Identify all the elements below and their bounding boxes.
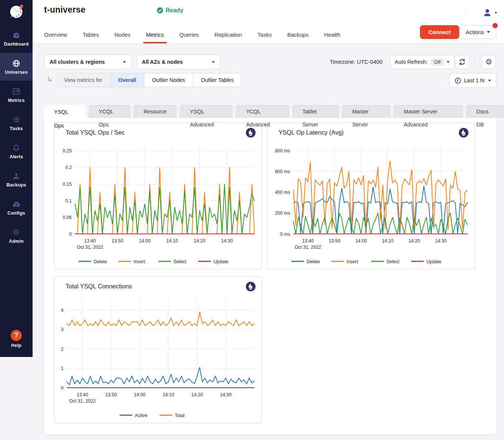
toolbar-divider: [474, 56, 475, 67]
connect-button[interactable]: Connect: [420, 25, 459, 39]
svg-text:0.25: 0.25: [63, 148, 71, 153]
svg-text:13:40: 13:40: [77, 392, 88, 397]
svg-text:0: 0: [69, 232, 72, 237]
sidebar-item-admin[interactable]: ⚙ Admin: [0, 222, 33, 250]
chevron-down-icon: [487, 31, 490, 33]
clusters-regions-value: All clusters & regions: [50, 59, 105, 65]
metric-tab-docs-db[interactable]: Docs DB: [466, 105, 504, 118]
line-chart-ysql-op-latency[interactable]: 800 ms600 ms400 ms200 ms0 ms13:40Oct 31,…: [271, 141, 471, 269]
chevron-down-icon: [447, 61, 450, 63]
tasks-list-icon: [12, 115, 21, 124]
line-chart-total-ysql-connections[interactable]: 4321013:40Oct 31, 202213:5014:0014:1014:…: [58, 295, 258, 423]
svg-text:14:30: 14:30: [435, 238, 447, 244]
clusters-regions-select[interactable]: All clusters & regions: [44, 54, 131, 69]
svg-text:0.05: 0.05: [63, 215, 71, 220]
svg-text:14:00: 14:00: [139, 238, 150, 244]
svg-text:400 ms: 400 ms: [275, 190, 290, 195]
svg-text:13:50: 13:50: [329, 238, 340, 244]
tab-health[interactable]: Health: [316, 32, 348, 43]
svg-text:Select: Select: [174, 259, 187, 264]
auto-refresh-control[interactable]: Auto Refresh: Off: [390, 55, 454, 69]
svg-text:0.1: 0.1: [65, 198, 71, 204]
metric-category-tabs: YSQL Ops YCQL Ops Resource YSQL Advanced…: [44, 105, 504, 119]
svg-text:Oct 31, 2022: Oct 31, 2022: [69, 398, 96, 404]
svg-text:14:20: 14:20: [194, 238, 205, 244]
sidebar-item-configs[interactable]: Configs: [0, 193, 33, 222]
metric-tab-ycql-ops[interactable]: YCQL Ops: [89, 105, 130, 118]
svg-text:Update: Update: [426, 259, 441, 264]
metric-tab-tablet-server[interactable]: Tablet Server: [293, 105, 339, 118]
view-tab-overall[interactable]: Overall: [110, 73, 144, 87]
time-range-value: Last 1 hr: [464, 77, 485, 83]
metric-tab-ysql-ops[interactable]: YSQL Ops: [44, 105, 86, 119]
backups-upload-icon: [12, 172, 21, 181]
svg-text:Oct 31, 2022: Oct 31, 2022: [77, 245, 103, 250]
tab-queries[interactable]: Queries: [172, 32, 207, 43]
sidebar: Dashboard Universes Metrics Tasks Alerts: [0, 0, 33, 357]
time-range-select[interactable]: Last 1 hr: [449, 73, 497, 88]
tab-label: Metrics: [146, 32, 164, 38]
metric-tab-ycql-advanced[interactable]: YCQL Advanced: [236, 105, 289, 118]
refresh-icon: [458, 58, 466, 66]
sidebar-item-help[interactable]: ? Help: [0, 326, 33, 352]
chevron-down-icon: [123, 61, 126, 63]
prometheus-icon[interactable]: [246, 282, 256, 291]
metric-tab-master-server[interactable]: Master Server: [342, 105, 390, 118]
status-text: Ready: [166, 7, 183, 14]
sidebar-item-metrics[interactable]: Metrics: [0, 81, 33, 109]
sidebar-item-backups[interactable]: Backups: [0, 165, 33, 193]
chart-card-total-ysql-connections: Total YSQL Connections 4321013:40Oct 31,…: [54, 276, 262, 423]
svg-text:200 ms: 200 ms: [275, 211, 290, 216]
sidebar-item-alerts[interactable]: Alerts: [0, 137, 33, 165]
view-metrics-label: View metrics for: [56, 73, 110, 87]
view-tab-outlier-tables[interactable]: Outlier Tables: [193, 73, 241, 87]
user-menu[interactable]: [465, 5, 497, 20]
app-logo[interactable]: [0, 0, 33, 24]
chart-card-ysql-op-latency: YSQL Op Latency (Avg) 800 ms600 ms400 ms…: [267, 122, 475, 269]
line-chart-total-ysql-ops[interactable]: 0.250.20.150.10.05013:40Oct 31, 202213:5…: [58, 141, 258, 269]
svg-text:13:40: 13:40: [302, 238, 314, 244]
svg-text:0.2: 0.2: [65, 165, 71, 170]
svg-text:13:50: 13:50: [111, 238, 123, 244]
prometheus-icon[interactable]: [459, 128, 468, 138]
page-title: t-universe: [44, 5, 86, 15]
metric-tab-ysql-advanced[interactable]: YSQL Advanced: [180, 105, 233, 118]
tab-overview[interactable]: Overview: [36, 32, 75, 43]
sidebar-item-label: Admin: [9, 239, 24, 244]
svg-text:0.15: 0.15: [63, 182, 71, 187]
tab-tasks[interactable]: Tasks: [250, 32, 279, 43]
gear-icon: ⚙: [485, 57, 493, 66]
sidebar-item-universes[interactable]: Universes: [0, 53, 33, 81]
tab-label: Replication: [214, 32, 242, 38]
tab-label: Tasks: [257, 32, 271, 38]
svg-text:Total: Total: [175, 413, 184, 418]
tab-tables[interactable]: Tables: [75, 32, 107, 43]
metrics-chart-icon: [12, 87, 21, 96]
timezone-label: Timezone: UTC-0400: [330, 59, 383, 65]
chart-title: Total YSQL Ops / Sec: [66, 129, 125, 136]
svg-text:Select: Select: [387, 259, 400, 264]
tab-backups[interactable]: Backups: [280, 32, 317, 43]
view-tab-outlier-nodes[interactable]: Outlier Nodes: [144, 73, 193, 87]
sidebar-item-tasks[interactable]: Tasks: [0, 109, 33, 137]
tab-replication[interactable]: Replication: [207, 32, 250, 43]
metric-tab-master-server-advanced[interactable]: Master Server Advanced: [394, 105, 463, 118]
tab-label: Tables: [83, 32, 99, 38]
refresh-button[interactable]: [455, 55, 469, 69]
svg-text:14:00: 14:00: [355, 238, 367, 244]
metric-tab-resource[interactable]: Resource: [134, 105, 177, 118]
svg-text:1: 1: [61, 366, 63, 371]
svg-text:Insert: Insert: [134, 259, 146, 264]
actions-button[interactable]: Actions: [460, 25, 496, 39]
settings-button[interactable]: ⚙: [482, 55, 496, 69]
az-nodes-select[interactable]: All AZs & nodes: [136, 54, 220, 69]
svg-text:14:10: 14:10: [166, 238, 178, 244]
tab-metrics[interactable]: Metrics: [138, 32, 171, 43]
sidebar-item-dashboard[interactable]: Dashboard: [0, 24, 33, 53]
header: t-universe Ready Overview Tables Nodes M…: [33, 0, 504, 44]
clock-icon: [455, 77, 461, 84]
az-nodes-value: All AZs & nodes: [142, 59, 183, 65]
tab-nodes[interactable]: Nodes: [107, 32, 138, 43]
svg-text:Update: Update: [213, 259, 228, 264]
help-question-icon: ?: [11, 330, 22, 341]
